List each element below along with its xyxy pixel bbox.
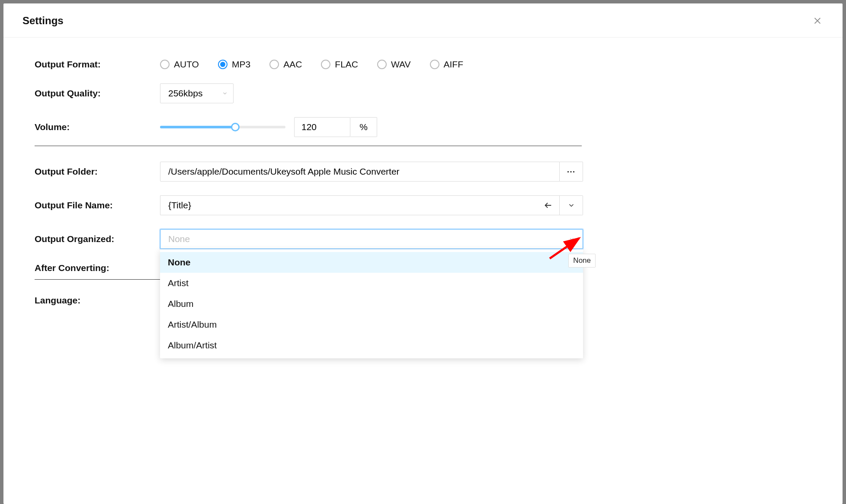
radio-icon (218, 60, 228, 69)
radio-label: FLAC (335, 59, 358, 70)
close-icon (813, 16, 822, 26)
radio-flac[interactable]: FLAC (321, 59, 358, 70)
slider-track (160, 126, 235, 128)
radio-aac[interactable]: AAC (269, 59, 302, 70)
output-filename-input[interactable]: {Title} (160, 195, 536, 215)
volume-unit: % (350, 117, 377, 137)
radio-mp3[interactable]: MP3 (218, 59, 250, 70)
filename-dropdown-button[interactable] (560, 195, 583, 215)
radio-icon (160, 60, 170, 69)
row-output-quality: Output Quality: 256kbps (35, 83, 824, 103)
output-quality-value: 256kbps (168, 88, 202, 99)
dropdown-option[interactable]: None (160, 252, 583, 273)
label-language: Language: (35, 295, 160, 306)
volume-slider[interactable] (160, 126, 285, 128)
radio-label: AIFF (444, 59, 464, 70)
row-output-filename: Output File Name: {Title} (35, 195, 824, 215)
label-volume: Volume: (35, 122, 160, 132)
slider-handle[interactable] (231, 123, 240, 131)
label-output-quality: Output Quality: (35, 88, 160, 99)
output-format-group: AUTOMP3AACFLACWAVAIFF (160, 59, 824, 70)
radio-label: MP3 (232, 59, 250, 70)
output-organized-select[interactable]: None None NoneArtistAlbumArtist/AlbumAlb… (160, 229, 583, 249)
ellipsis-icon: ··· (567, 167, 576, 177)
modal-title: Settings (22, 15, 64, 27)
output-organized-placeholder: None (168, 234, 190, 244)
label-output-organized: Output Organized: (35, 234, 160, 244)
dropdown-option[interactable]: Artist/Album (160, 314, 583, 335)
radio-icon (321, 60, 330, 69)
radio-icon (430, 60, 439, 69)
radio-auto[interactable]: AUTO (160, 59, 199, 70)
label-output-folder: Output Folder: (35, 166, 160, 177)
radio-icon (269, 60, 279, 69)
chevron-down-icon (569, 234, 575, 244)
label-after-converting: After Converting: (35, 263, 160, 273)
dropdown-option[interactable]: Artist (160, 273, 583, 293)
radio-label: WAV (391, 59, 411, 70)
chevron-down-icon (567, 201, 575, 209)
radio-label: AAC (283, 59, 302, 70)
radio-aiff[interactable]: AIFF (430, 59, 464, 70)
output-organized-dropdown: NoneArtistAlbumArtist/AlbumAlbum/Artist (160, 249, 583, 358)
tooltip: None (568, 254, 596, 268)
radio-label: AUTO (174, 59, 199, 70)
dropdown-option[interactable]: Album (160, 293, 583, 314)
browse-folder-button[interactable]: ··· (560, 162, 583, 182)
chevron-down-icon (222, 88, 228, 99)
radio-wav[interactable]: WAV (377, 59, 411, 70)
row-volume: Volume: 120 % (35, 117, 824, 137)
modal-header: Settings (3, 3, 843, 38)
filename-reset-button[interactable] (536, 195, 560, 215)
row-output-folder: Output Folder: /Users/apple/Documents/Uk… (35, 162, 824, 182)
output-folder-input[interactable]: /Users/apple/Documents/Ukeysoft Apple Mu… (160, 162, 560, 182)
label-output-format: Output Format: (35, 59, 160, 70)
output-quality-select[interactable]: 256kbps (160, 83, 234, 103)
divider (35, 146, 582, 146)
close-button[interactable] (811, 15, 824, 27)
modal-content: Output Format: AUTOMP3AACFLACWAVAIFF Out… (3, 38, 843, 306)
dropdown-option[interactable]: Album/Artist (160, 335, 583, 356)
volume-input[interactable]: 120 (294, 117, 350, 137)
row-output-organized: Output Organized: None None NoneArtistAl… (35, 229, 824, 249)
settings-modal: Settings Output Format: AUTOMP3AACFLACWA… (3, 3, 843, 504)
label-output-filename: Output File Name: (35, 200, 160, 211)
arrow-left-icon (543, 201, 553, 210)
row-output-format: Output Format: AUTOMP3AACFLACWAVAIFF (35, 59, 824, 70)
radio-icon (377, 60, 387, 69)
